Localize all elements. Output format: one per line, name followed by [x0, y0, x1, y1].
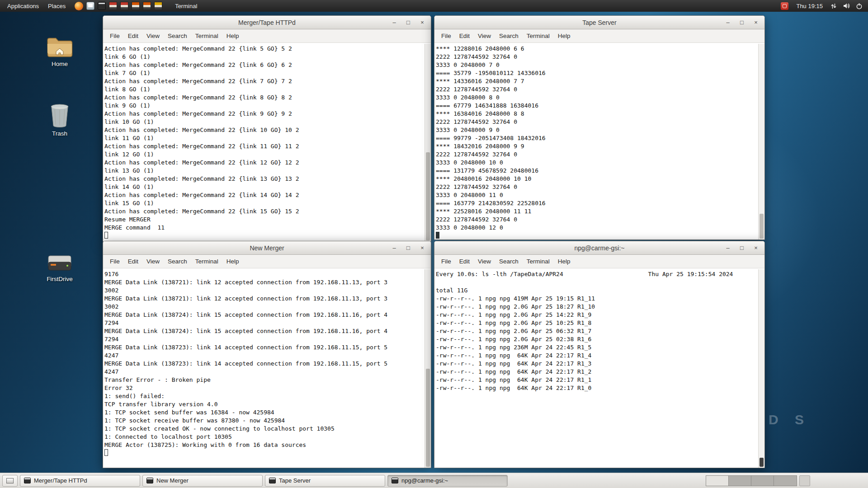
menu-view[interactable]: View [142, 31, 164, 41]
menu-help[interactable]: Help [222, 31, 243, 41]
task-button-tape-server[interactable]: Tape Server [265, 475, 385, 487]
desktop-icon-label: Trash [30, 130, 89, 137]
scrollbar-thumb[interactable] [426, 152, 430, 240]
menu-terminal[interactable]: Terminal [191, 31, 222, 41]
menu-search[interactable]: Search [164, 31, 191, 41]
scrollbar[interactable] [425, 269, 431, 468]
window-title: Tape Server [434, 19, 764, 26]
menu-edit[interactable]: Edit [124, 256, 142, 267]
media-launcher-icon-4[interactable] [143, 2, 151, 10]
applications-menu[interactable]: Applications [3, 0, 43, 12]
maximize-button[interactable]: □ [405, 244, 412, 252]
menubar: File Edit View Search Terminal Help [434, 29, 764, 43]
terminal-window-icon [146, 478, 153, 483]
task-button-merger-tape-httpd[interactable]: Merger/Tape HTTPd [20, 475, 140, 487]
external-drive-icon [30, 253, 89, 274]
menu-search[interactable]: Search [164, 256, 191, 267]
menubar: File Edit View Search Terminal Help [103, 29, 431, 43]
menu-help[interactable]: Help [554, 31, 575, 41]
menu-search[interactable]: Search [495, 256, 523, 267]
titlebar[interactable]: npg@carme-gsi:~ – □ × [434, 241, 764, 255]
terminal-output[interactable]: Action has completed: MergeCommand 22 {l… [103, 44, 425, 241]
alert-notification-icon[interactable] [781, 2, 788, 10]
menu-file[interactable]: File [106, 31, 124, 41]
scrollbar-thumb[interactable] [426, 369, 430, 467]
workspace-1[interactable] [706, 476, 729, 486]
menu-view[interactable]: View [474, 31, 495, 41]
terminal-output[interactable]: Every 10.0s: ls -lth /TapeData/APR24 Thu… [434, 269, 758, 468]
workspace-4[interactable] [774, 476, 797, 486]
menu-help[interactable]: Help [554, 256, 575, 267]
maximize-button[interactable]: □ [738, 244, 745, 252]
terminal-text: 9176 MERGE Data Link (138721): link 12 a… [104, 271, 387, 448]
window-new-merger: New Merger – □ × File Edit View Search T… [103, 241, 431, 468]
terminal-text: Every 10.0s: ls -lth /TapeData/APR24 Thu… [436, 271, 733, 391]
workspace-2[interactable] [729, 476, 751, 486]
input-switch-icon[interactable] [830, 3, 837, 9]
scrollbar-thumb[interactable] [760, 458, 764, 467]
tray-button[interactable] [799, 475, 810, 486]
terminal-output[interactable]: 9176 MERGE Data Link (138721): link 12 a… [103, 269, 425, 468]
terminal-launcher-icon[interactable] [98, 2, 106, 10]
terminal-cursor [104, 232, 108, 239]
menu-terminal[interactable]: Terminal [191, 256, 222, 267]
task-button-label: npg@carme-gsi:~ [401, 477, 448, 484]
task-button-new-merger[interactable]: New Merger [142, 475, 263, 487]
menu-edit[interactable]: Edit [455, 256, 474, 267]
menu-view[interactable]: View [142, 256, 164, 267]
clock[interactable]: Thu 19:15 [794, 3, 825, 9]
scrollbar[interactable] [425, 44, 431, 241]
maximize-button[interactable]: □ [405, 19, 412, 27]
menu-terminal[interactable]: Terminal [523, 31, 554, 41]
close-button[interactable]: × [752, 244, 760, 252]
window-npg-carme-gsi: npg@carme-gsi:~ – □ × File Edit View Sea… [434, 241, 765, 468]
panel-status-area: Thu 19:15 [781, 2, 865, 10]
menu-file[interactable]: File [437, 31, 455, 41]
window-controls: – □ × [391, 19, 431, 27]
top-panel: Applications Places Terminal Thu 19:15 [0, 0, 868, 12]
active-app-label[interactable]: Terminal [171, 3, 201, 9]
media-launcher-icon-3[interactable] [132, 2, 140, 10]
files-launcher-icon[interactable] [86, 2, 94, 10]
minimize-button[interactable]: – [391, 19, 398, 27]
close-button[interactable]: × [419, 19, 426, 27]
browser-launcher-icon[interactable] [75, 2, 83, 10]
titlebar[interactable]: Tape Server – □ × [434, 16, 764, 29]
desktop-icon-label: Home [30, 61, 89, 67]
workspace-3[interactable] [751, 476, 774, 486]
close-button[interactable]: × [752, 19, 760, 27]
volume-icon[interactable] [843, 2, 850, 9]
terminal-output[interactable]: **** 12288016 2048000 6 6 2222 127874459… [434, 44, 758, 239]
media-launcher-icon-1[interactable] [109, 2, 117, 10]
minimize-button[interactable]: – [724, 19, 731, 27]
desktop-icon-trash[interactable]: Trash [30, 103, 89, 137]
menu-file[interactable]: File [106, 256, 124, 267]
menu-file[interactable]: File [437, 256, 455, 267]
minimize-button[interactable]: – [724, 244, 731, 252]
desktop-icon-firstdrive[interactable]: FirstDrive [30, 253, 89, 282]
maximize-button[interactable]: □ [738, 19, 745, 27]
scrollbar[interactable] [758, 269, 764, 468]
power-icon[interactable] [856, 3, 863, 9]
menu-view[interactable]: View [474, 256, 495, 267]
minimize-button[interactable]: – [391, 244, 398, 252]
places-menu[interactable]: Places [43, 0, 70, 12]
titlebar[interactable]: New Merger – □ × [103, 241, 431, 255]
menu-edit[interactable]: Edit [124, 31, 142, 41]
menu-terminal[interactable]: Terminal [523, 256, 554, 267]
media-launcher-icon-5[interactable] [154, 2, 162, 10]
titlebar[interactable]: Merger/Tape HTTPd – □ × [103, 16, 431, 29]
media-launcher-icon-2[interactable] [120, 2, 128, 10]
menu-search[interactable]: Search [495, 31, 523, 41]
window-title: New Merger [103, 244, 431, 252]
scrollbar[interactable] [758, 44, 764, 239]
menu-help[interactable]: Help [222, 256, 243, 267]
desktop-icon-home[interactable]: Home [30, 36, 89, 67]
task-button-npg-carme-gsi[interactable]: npg@carme-gsi:~ [387, 475, 508, 487]
terminal-window-icon [269, 478, 276, 483]
menubar: File Edit View Search Terminal Help [103, 255, 431, 268]
scrollbar-thumb[interactable] [760, 214, 764, 239]
close-button[interactable]: × [419, 244, 426, 252]
show-desktop-button[interactable] [2, 475, 18, 487]
menu-edit[interactable]: Edit [455, 31, 474, 41]
